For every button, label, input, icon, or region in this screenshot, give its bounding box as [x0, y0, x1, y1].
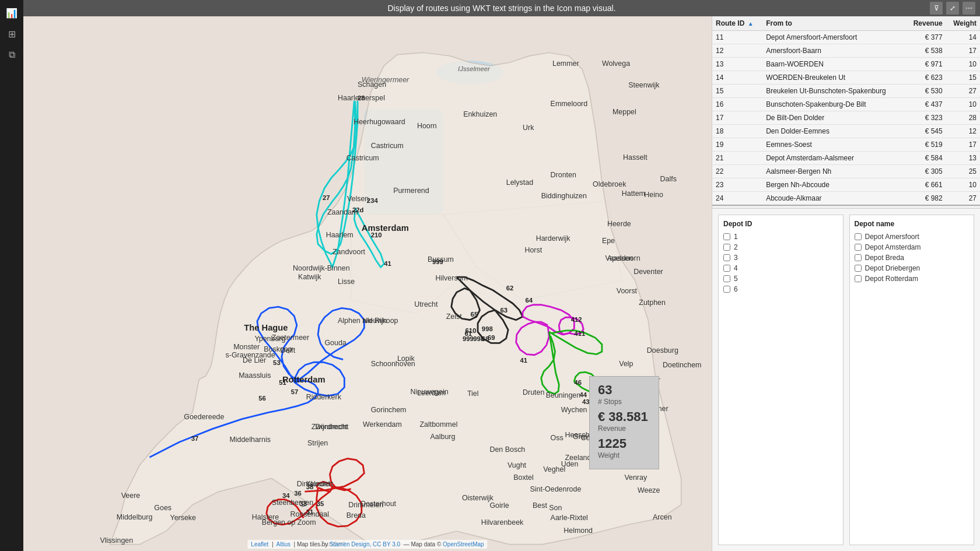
- svg-text:Hattem: Hattem: [622, 189, 645, 198]
- depot-id-checkbox[interactable]: [723, 233, 730, 240]
- svg-text:Ridderkerk: Ridderkerk: [306, 393, 342, 401]
- svg-text:Dalfs: Dalfs: [660, 175, 677, 183]
- cell-weight: 12: [946, 125, 980, 138]
- col-weight[interactable]: Weight: [946, 16, 980, 31]
- depot-name-checkbox[interactable]: [855, 265, 862, 272]
- depot-id-checkbox[interactable]: [723, 265, 730, 272]
- svg-text:41: 41: [520, 357, 528, 364]
- svg-text:Zeist: Zeist: [446, 313, 462, 321]
- table-row[interactable]: 19 Eemnes-Soest € 519 17: [712, 138, 980, 152]
- cell-from-to: Amersfoort-Baarn: [762, 44, 905, 58]
- depot-id-checkbox[interactable]: [723, 286, 730, 293]
- table-row[interactable]: 11 Depot Amersfoort-Amersfoort € 377 14: [712, 31, 980, 44]
- svg-text:Goedereede: Goedereede: [184, 413, 224, 421]
- depot-name-checkbox[interactable]: [855, 254, 862, 261]
- table-row[interactable]: 16 Bunschoten-Spakenburg-De Bilt € 437 1…: [712, 98, 980, 111]
- col-route-id[interactable]: Route ID ▲: [712, 16, 762, 31]
- cell-revenue: € 323: [905, 111, 946, 125]
- map-attribution: Leaflet | Altius | Map tiles by Stamen D…: [247, 540, 487, 549]
- main-content: Display of routes using WKT text strings…: [23, 0, 980, 551]
- table-row[interactable]: 12 Amersfoort-Baarn € 538 17: [712, 44, 980, 58]
- depot-name-filter-item[interactable]: Depot Breda: [855, 254, 970, 262]
- cell-weight: 17: [946, 44, 980, 58]
- cell-weight: 15: [946, 71, 980, 85]
- svg-text:Rotterdam: Rotterdam: [282, 375, 326, 384]
- table-row[interactable]: 14 WOERDEN-Breukelen Ut € 623 15: [712, 71, 980, 85]
- cell-from-to: Breukelen Ut-Bunschoten-Spakenburg: [762, 85, 905, 98]
- svg-text:210: 210: [371, 231, 382, 238]
- cell-route-id: 15: [712, 85, 762, 98]
- depot-name-label: Depot Driebergen: [865, 264, 921, 272]
- depot-id-filter-item[interactable]: 4: [723, 264, 838, 272]
- svg-text:35: 35: [317, 500, 324, 507]
- svg-text:27: 27: [323, 194, 330, 201]
- depot-name-items: Depot AmersfoortDepot AmsterdamDepot Bre…: [855, 233, 970, 283]
- depot-name-checkbox[interactable]: [855, 233, 862, 240]
- svg-text:Lelystad: Lelystad: [506, 178, 533, 187]
- filter-icon[interactable]: ⊽: [930, 2, 943, 15]
- table-row[interactable]: 18 Den Dolder-Eemnes € 545 12: [712, 125, 980, 138]
- svg-text:Son: Son: [549, 504, 562, 512]
- svg-text:Arcen: Arcen: [653, 513, 672, 521]
- svg-text:Druten: Druten: [523, 388, 544, 396]
- depot-id-filter-item[interactable]: 5: [723, 275, 838, 283]
- cell-route-id: 24: [712, 192, 762, 206]
- depot-name-filter-item[interactable]: Depot Rotterdam: [855, 275, 970, 283]
- col-from-to[interactable]: From to: [762, 16, 905, 31]
- depot-id-filter-item[interactable]: 1: [723, 233, 838, 241]
- depot-id-checkbox[interactable]: [723, 275, 730, 282]
- depot-name-filter-item[interactable]: Depot Amsterdam: [855, 243, 970, 251]
- cell-revenue: € 545: [905, 125, 946, 138]
- content-row: Wolvega Lemmer IJsselmeer Enkhuizen Stee…: [23, 16, 980, 551]
- table-row[interactable]: 22 Aalsmeer-Bergen Nh € 305 25: [712, 165, 980, 178]
- svg-text:38: 38: [306, 483, 314, 490]
- layers-sidebar-icon[interactable]: ⧉: [4, 47, 20, 63]
- tooltip-weight-number: 1225: [598, 436, 650, 451]
- col-revenue[interactable]: Revenue: [905, 16, 946, 31]
- more-icon[interactable]: ⋯: [963, 2, 975, 15]
- expand-icon[interactable]: ⤢: [946, 2, 959, 15]
- cell-weight: 14: [946, 31, 980, 44]
- svg-text:Doetinchem: Doetinchem: [663, 361, 701, 369]
- depot-id-filter-item[interactable]: 2: [723, 243, 838, 251]
- cell-revenue: € 982: [905, 192, 946, 206]
- depot-id-checkbox[interactable]: [723, 254, 730, 261]
- osm-link[interactable]: OpenStreetMap: [443, 541, 484, 548]
- depot-name-filter-item[interactable]: Depot Driebergen: [855, 264, 970, 272]
- depot-id-checkbox[interactable]: [723, 244, 730, 251]
- cell-revenue: € 519: [905, 138, 946, 152]
- table-row[interactable]: 24 Abcoude-Alkmaar € 982 27: [712, 192, 980, 206]
- table-row[interactable]: 13 Baarn-WOERDEN € 971 10: [712, 58, 980, 71]
- svg-text:Yerseke: Yerseke: [170, 514, 197, 522]
- cell-from-to: Bunschoten-Spakenburg-De Bilt: [762, 98, 905, 111]
- depot-id-filter-item[interactable]: 6: [723, 285, 838, 293]
- table-row[interactable]: 23 Bergen Nh-Abcoude € 661 10: [712, 178, 980, 192]
- right-panel-wrapper: Route ID ▲ From to Revenue Weight 11 Dep…: [712, 16, 980, 551]
- table-row[interactable]: 17 De Bilt-Den Dolder € 323 28: [712, 111, 980, 125]
- map-container[interactable]: Wolvega Lemmer IJsselmeer Enkhuizen Stee…: [23, 16, 712, 551]
- svg-text:Ypenburg: Ypenburg: [254, 335, 285, 343]
- svg-text:Heerde: Heerde: [607, 220, 631, 228]
- svg-text:Zutphen: Zutphen: [639, 299, 666, 307]
- svg-text:Monster: Monster: [233, 343, 260, 351]
- depot-name-checkbox[interactable]: [855, 275, 862, 282]
- svg-text:Beuningen: Beuningen: [546, 391, 581, 399]
- svg-text:Boxtel: Boxtel: [513, 473, 534, 482]
- svg-text:Hasselt: Hasselt: [623, 153, 648, 162]
- depot-name-filter: Depot name Depot AmersfoortDepot Amsterd…: [849, 215, 975, 545]
- stamen-link[interactable]: Stamen Design, CC BY 3.0: [330, 541, 400, 548]
- leaflet-link[interactable]: Leaflet: [251, 541, 268, 548]
- cell-weight: 25: [946, 165, 980, 178]
- grid-sidebar-icon[interactable]: ⊞: [4, 26, 20, 42]
- svg-text:Goes: Goes: [154, 504, 172, 512]
- table-row[interactable]: 21 Depot Amsterdam-Aalsmeer € 584 13: [712, 152, 980, 165]
- depot-name-filter-item[interactable]: Depot Amersfoort: [855, 233, 970, 241]
- table-row[interactable]: 15 Breukelen Ut-Bunschoten-Spakenburg € …: [712, 85, 980, 98]
- chart-sidebar-icon[interactable]: 📊: [4, 5, 20, 21]
- altius-link[interactable]: Altius: [276, 541, 290, 548]
- svg-text:Amsterdam: Amsterdam: [362, 223, 409, 233]
- svg-text:Goirle: Goirle: [489, 501, 509, 510]
- depot-id-filter-item[interactable]: 3: [723, 254, 838, 262]
- depot-name-checkbox[interactable]: [855, 244, 862, 251]
- svg-text:Venray: Venray: [624, 473, 648, 482]
